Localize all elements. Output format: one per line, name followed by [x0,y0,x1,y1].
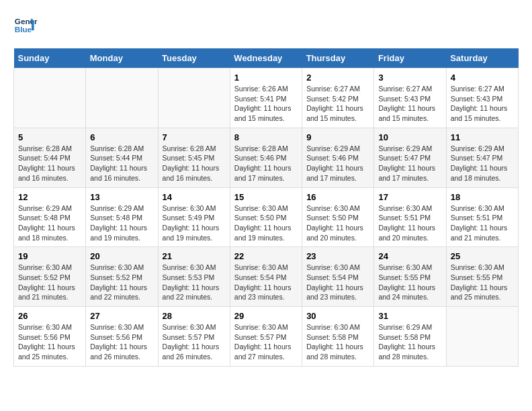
day-detail: Sunrise: 6:30 AM Sunset: 5:52 PM Dayligh… [18,263,81,302]
day-number: 27 [90,311,153,321]
calendar-table: Sunday Monday Tuesday Wednesday Thursday… [13,48,519,367]
calendar-cell: 2Sunrise: 6:27 AM Sunset: 5:42 PM Daylig… [302,68,374,128]
day-number: 25 [451,251,514,261]
calendar-cell: 29Sunrise: 6:30 AM Sunset: 5:57 PM Dayli… [230,307,302,367]
week-row-1: 1Sunrise: 6:26 AM Sunset: 5:41 PM Daylig… [14,68,519,128]
calendar-cell: 28Sunrise: 6:30 AM Sunset: 5:57 PM Dayli… [158,307,230,367]
col-sunday: Sunday [14,48,86,68]
day-detail: Sunrise: 6:28 AM Sunset: 5:46 PM Dayligh… [234,144,298,183]
day-detail: Sunrise: 6:30 AM Sunset: 5:57 PM Dayligh… [163,322,226,362]
day-number: 7 [163,132,226,142]
col-wednesday: Wednesday [230,48,302,68]
day-detail: Sunrise: 6:29 AM Sunset: 5:47 PM Dayligh… [451,144,514,183]
calendar-cell: 1Sunrise: 6:26 AM Sunset: 5:41 PM Daylig… [230,68,302,128]
day-number: 22 [234,251,298,261]
day-detail: Sunrise: 6:29 AM Sunset: 5:46 PM Dayligh… [306,144,369,183]
day-detail: Sunrise: 6:30 AM Sunset: 5:58 PM Dayligh… [306,322,369,362]
day-number: 15 [234,192,298,202]
calendar-cell: 14Sunrise: 6:30 AM Sunset: 5:49 PM Dayli… [158,187,230,247]
day-detail: Sunrise: 6:30 AM Sunset: 5:55 PM Dayligh… [378,263,441,302]
day-number: 2 [306,73,369,83]
day-detail: Sunrise: 6:27 AM Sunset: 5:43 PM Dayligh… [451,84,514,124]
day-detail: Sunrise: 6:30 AM Sunset: 5:51 PM Dayligh… [378,203,441,243]
day-number: 18 [451,192,514,202]
day-detail: Sunrise: 6:30 AM Sunset: 5:54 PM Dayligh… [306,263,369,302]
calendar-cell: 23Sunrise: 6:30 AM Sunset: 5:54 PM Dayli… [302,247,374,307]
day-number: 4 [451,73,514,83]
day-number: 5 [18,132,81,142]
week-row-5: 26Sunrise: 6:30 AM Sunset: 5:56 PM Dayli… [14,307,519,367]
day-detail: Sunrise: 6:29 AM Sunset: 5:47 PM Dayligh… [378,144,441,183]
calendar-cell: 6Sunrise: 6:28 AM Sunset: 5:44 PM Daylig… [86,128,158,187]
day-detail: Sunrise: 6:30 AM Sunset: 5:54 PM Dayligh… [234,263,298,302]
day-detail: Sunrise: 6:30 AM Sunset: 5:49 PM Dayligh… [163,203,226,243]
calendar-cell: 27Sunrise: 6:30 AM Sunset: 5:56 PM Dayli… [86,307,158,367]
day-detail: Sunrise: 6:30 AM Sunset: 5:52 PM Dayligh… [90,263,153,302]
day-number: 13 [90,192,153,202]
day-detail: Sunrise: 6:27 AM Sunset: 5:43 PM Dayligh… [378,84,441,124]
day-detail: Sunrise: 6:29 AM Sunset: 5:48 PM Dayligh… [90,203,153,243]
day-detail: Sunrise: 6:30 AM Sunset: 5:51 PM Dayligh… [451,203,514,243]
day-number: 21 [163,251,226,261]
col-thursday: Thursday [302,48,374,68]
calendar-cell: 16Sunrise: 6:30 AM Sunset: 5:50 PM Dayli… [302,187,374,247]
header-row: Sunday Monday Tuesday Wednesday Thursday… [14,48,519,68]
calendar-cell: 20Sunrise: 6:30 AM Sunset: 5:52 PM Dayli… [86,247,158,307]
calendar-cell: 13Sunrise: 6:29 AM Sunset: 5:48 PM Dayli… [86,187,158,247]
calendar-cell: 7Sunrise: 6:28 AM Sunset: 5:45 PM Daylig… [158,128,230,187]
day-number: 23 [306,251,369,261]
calendar-cell: 26Sunrise: 6:30 AM Sunset: 5:56 PM Dayli… [14,307,86,367]
day-number: 28 [163,311,226,321]
calendar-cell: 9Sunrise: 6:29 AM Sunset: 5:46 PM Daylig… [302,128,374,187]
calendar-cell: 22Sunrise: 6:30 AM Sunset: 5:54 PM Dayli… [230,247,302,307]
day-number: 17 [378,192,441,202]
col-friday: Friday [374,48,446,68]
day-detail: Sunrise: 6:30 AM Sunset: 5:56 PM Dayligh… [90,322,153,362]
day-number: 10 [378,132,441,142]
day-number: 12 [18,192,81,202]
calendar-cell: 3Sunrise: 6:27 AM Sunset: 5:43 PM Daylig… [374,68,446,128]
calendar-cell: 31Sunrise: 6:29 AM Sunset: 5:58 PM Dayli… [374,307,446,367]
day-detail: Sunrise: 6:30 AM Sunset: 5:50 PM Dayligh… [234,203,298,243]
calendar-cell: 17Sunrise: 6:30 AM Sunset: 5:51 PM Dayli… [374,187,446,247]
day-detail: Sunrise: 6:29 AM Sunset: 5:58 PM Dayligh… [378,322,441,362]
calendar-cell [86,68,158,128]
week-row-3: 12Sunrise: 6:29 AM Sunset: 5:48 PM Dayli… [14,187,519,247]
calendar-cell [14,68,86,128]
day-detail: Sunrise: 6:28 AM Sunset: 5:44 PM Dayligh… [18,144,81,183]
day-number: 26 [18,311,81,321]
page-header: General Blue [13,13,519,38]
calendar-cell: 11Sunrise: 6:29 AM Sunset: 5:47 PM Dayli… [446,128,518,187]
day-number: 29 [234,311,298,321]
day-number: 6 [90,132,153,142]
calendar-cell: 5Sunrise: 6:28 AM Sunset: 5:44 PM Daylig… [14,128,86,187]
calendar-cell: 30Sunrise: 6:30 AM Sunset: 5:58 PM Dayli… [302,307,374,367]
day-number: 3 [378,73,441,83]
day-number: 20 [90,251,153,261]
day-detail: Sunrise: 6:30 AM Sunset: 5:55 PM Dayligh… [451,263,514,302]
day-detail: Sunrise: 6:30 AM Sunset: 5:56 PM Dayligh… [18,322,81,362]
calendar-cell: 21Sunrise: 6:30 AM Sunset: 5:53 PM Dayli… [158,247,230,307]
day-detail: Sunrise: 6:30 AM Sunset: 5:53 PM Dayligh… [163,263,226,302]
svg-text:Blue: Blue [15,25,32,34]
week-row-4: 19Sunrise: 6:30 AM Sunset: 5:52 PM Dayli… [14,247,519,307]
calendar-cell: 25Sunrise: 6:30 AM Sunset: 5:55 PM Dayli… [446,247,518,307]
calendar-cell: 4Sunrise: 6:27 AM Sunset: 5:43 PM Daylig… [446,68,518,128]
calendar-cell: 18Sunrise: 6:30 AM Sunset: 5:51 PM Dayli… [446,187,518,247]
day-number: 1 [234,73,298,83]
day-number: 19 [18,251,81,261]
calendar-header: Sunday Monday Tuesday Wednesday Thursday… [14,48,519,68]
logo-icon: General Blue [13,13,38,38]
day-detail: Sunrise: 6:30 AM Sunset: 5:50 PM Dayligh… [306,203,369,243]
day-detail: Sunrise: 6:28 AM Sunset: 5:44 PM Dayligh… [90,144,153,183]
day-number: 14 [163,192,226,202]
day-number: 8 [234,132,298,142]
day-number: 9 [306,132,369,142]
calendar-cell: 10Sunrise: 6:29 AM Sunset: 5:47 PM Dayli… [374,128,446,187]
calendar-cell [446,307,518,367]
col-tuesday: Tuesday [158,48,230,68]
calendar-cell: 15Sunrise: 6:30 AM Sunset: 5:50 PM Dayli… [230,187,302,247]
col-saturday: Saturday [446,48,518,68]
day-detail: Sunrise: 6:26 AM Sunset: 5:41 PM Dayligh… [234,84,298,124]
day-number: 11 [451,132,514,142]
